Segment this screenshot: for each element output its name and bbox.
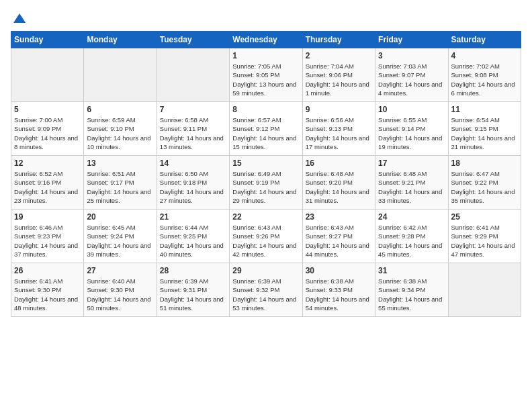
- day-cell: 25Sunrise: 6:41 AM Sunset: 9:29 PM Dayli…: [448, 210, 521, 263]
- day-cell: 29Sunrise: 6:39 AM Sunset: 9:32 PM Dayli…: [230, 263, 302, 317]
- day-info: Sunrise: 6:59 AM Sunset: 9:10 PM Dayligh…: [87, 116, 153, 151]
- day-info: Sunrise: 6:56 AM Sunset: 9:13 PM Dayligh…: [306, 116, 372, 151]
- day-number: 23: [306, 212, 372, 222]
- day-number: 14: [160, 158, 226, 168]
- week-row-2: 12Sunrise: 6:52 AM Sunset: 9:16 PM Dayli…: [11, 156, 521, 210]
- day-info: Sunrise: 6:43 AM Sunset: 9:26 PM Dayligh…: [232, 223, 299, 259]
- day-cell: 15Sunrise: 6:49 AM Sunset: 9:19 PM Dayli…: [230, 156, 302, 210]
- day-number: 12: [14, 158, 81, 168]
- day-info: Sunrise: 6:48 AM Sunset: 9:20 PM Dayligh…: [306, 169, 372, 205]
- day-cell: 22Sunrise: 6:43 AM Sunset: 9:26 PM Dayli…: [230, 210, 302, 263]
- day-number: 19: [14, 212, 81, 222]
- day-info: Sunrise: 6:41 AM Sunset: 9:30 PM Dayligh…: [14, 277, 81, 312]
- day-number: 20: [87, 212, 153, 222]
- day-cell: 10Sunrise: 6:55 AM Sunset: 9:14 PM Dayli…: [375, 102, 448, 156]
- day-info: Sunrise: 6:58 AM Sunset: 9:11 PM Dayligh…: [160, 116, 226, 151]
- day-info: Sunrise: 6:48 AM Sunset: 9:21 PM Dayligh…: [378, 169, 445, 205]
- day-number: 8: [232, 105, 299, 114]
- day-number: 7: [160, 105, 226, 114]
- day-number: 31: [378, 266, 445, 275]
- day-number: 13: [87, 158, 153, 168]
- day-info: Sunrise: 6:38 AM Sunset: 9:33 PM Dayligh…: [306, 277, 372, 312]
- day-number: 26: [14, 266, 81, 275]
- day-cell: 1Sunrise: 7:05 AM Sunset: 9:05 PM Daylig…: [230, 48, 302, 102]
- day-number: 22: [232, 212, 299, 222]
- day-cell: 30Sunrise: 6:38 AM Sunset: 9:33 PM Dayli…: [302, 263, 375, 317]
- day-cell: 21Sunrise: 6:44 AM Sunset: 9:25 PM Dayli…: [157, 210, 229, 263]
- day-info: Sunrise: 6:39 AM Sunset: 9:31 PM Dayligh…: [160, 277, 226, 312]
- day-info: Sunrise: 7:04 AM Sunset: 9:06 PM Dayligh…: [306, 62, 372, 97]
- day-number: 21: [160, 212, 226, 222]
- day-cell: 24Sunrise: 6:42 AM Sunset: 9:28 PM Dayli…: [375, 210, 448, 263]
- day-cell: 26Sunrise: 6:41 AM Sunset: 9:30 PM Dayli…: [11, 263, 84, 317]
- day-cell: 11Sunrise: 6:54 AM Sunset: 9:15 PM Dayli…: [448, 102, 521, 156]
- day-cell: 6Sunrise: 6:59 AM Sunset: 9:10 PM Daylig…: [84, 102, 157, 156]
- day-cell: 5Sunrise: 7:00 AM Sunset: 9:09 PM Daylig…: [11, 102, 84, 156]
- day-cell: 17Sunrise: 6:48 AM Sunset: 9:21 PM Dayli…: [375, 156, 448, 210]
- day-number: 5: [14, 105, 81, 114]
- day-number: 2: [306, 51, 372, 60]
- day-info: Sunrise: 6:40 AM Sunset: 9:30 PM Dayligh…: [87, 277, 153, 312]
- day-number: 18: [451, 158, 518, 168]
- col-header-wednesday: Wednesday: [230, 32, 302, 48]
- day-info: Sunrise: 7:02 AM Sunset: 9:08 PM Dayligh…: [451, 62, 518, 97]
- day-number: 24: [378, 212, 445, 222]
- logo-icon: [12, 11, 27, 26]
- day-info: Sunrise: 7:03 AM Sunset: 9:07 PM Dayligh…: [378, 62, 445, 97]
- day-cell: 13Sunrise: 6:51 AM Sunset: 9:17 PM Dayli…: [84, 156, 157, 210]
- day-info: Sunrise: 6:57 AM Sunset: 9:12 PM Dayligh…: [232, 116, 299, 151]
- day-number: 3: [378, 51, 445, 60]
- day-cell: 14Sunrise: 6:50 AM Sunset: 9:18 PM Dayli…: [157, 156, 229, 210]
- day-cell: 12Sunrise: 6:52 AM Sunset: 9:16 PM Dayli…: [11, 156, 84, 210]
- day-info: Sunrise: 6:50 AM Sunset: 9:18 PM Dayligh…: [160, 169, 226, 205]
- day-number: 10: [378, 105, 445, 114]
- col-header-monday: Monday: [84, 32, 157, 48]
- day-info: Sunrise: 6:55 AM Sunset: 9:14 PM Dayligh…: [378, 116, 445, 151]
- day-number: 25: [451, 212, 518, 222]
- week-row-1: 5Sunrise: 7:00 AM Sunset: 9:09 PM Daylig…: [11, 102, 521, 156]
- day-cell: 28Sunrise: 6:39 AM Sunset: 9:31 PM Dayli…: [157, 263, 229, 317]
- day-cell: 18Sunrise: 6:47 AM Sunset: 9:22 PM Dayli…: [448, 156, 521, 210]
- day-info: Sunrise: 6:38 AM Sunset: 9:34 PM Dayligh…: [378, 277, 445, 312]
- day-info: Sunrise: 6:45 AM Sunset: 9:24 PM Dayligh…: [87, 223, 153, 259]
- day-number: 16: [306, 158, 372, 168]
- day-number: 1: [232, 51, 299, 60]
- day-info: Sunrise: 6:52 AM Sunset: 9:16 PM Dayligh…: [14, 169, 81, 205]
- day-cell: [11, 48, 84, 102]
- week-row-3: 19Sunrise: 6:46 AM Sunset: 9:23 PM Dayli…: [11, 210, 521, 263]
- day-info: Sunrise: 6:49 AM Sunset: 9:19 PM Dayligh…: [232, 169, 299, 205]
- day-number: 9: [306, 105, 372, 114]
- day-info: Sunrise: 6:42 AM Sunset: 9:28 PM Dayligh…: [378, 223, 445, 259]
- day-cell: 4Sunrise: 7:02 AM Sunset: 9:08 PM Daylig…: [448, 48, 521, 102]
- day-cell: [448, 263, 521, 317]
- col-header-thursday: Thursday: [302, 32, 375, 48]
- day-info: Sunrise: 7:00 AM Sunset: 9:09 PM Dayligh…: [14, 116, 81, 151]
- day-info: Sunrise: 6:51 AM Sunset: 9:17 PM Dayligh…: [87, 169, 153, 205]
- day-number: 29: [232, 266, 299, 275]
- day-number: 11: [451, 105, 518, 114]
- week-row-0: 1Sunrise: 7:05 AM Sunset: 9:05 PM Daylig…: [11, 48, 521, 102]
- day-cell: 16Sunrise: 6:48 AM Sunset: 9:20 PM Dayli…: [302, 156, 375, 210]
- logo: [11, 11, 30, 26]
- day-cell: [157, 48, 229, 102]
- day-cell: [84, 48, 157, 102]
- day-cell: 23Sunrise: 6:43 AM Sunset: 9:27 PM Dayli…: [302, 210, 375, 263]
- day-cell: 31Sunrise: 6:38 AM Sunset: 9:34 PM Dayli…: [375, 263, 448, 317]
- day-info: Sunrise: 6:43 AM Sunset: 9:27 PM Dayligh…: [306, 223, 372, 259]
- col-header-sunday: Sunday: [11, 32, 84, 48]
- day-info: Sunrise: 6:47 AM Sunset: 9:22 PM Dayligh…: [451, 169, 518, 205]
- col-header-friday: Friday: [375, 32, 448, 48]
- day-cell: 19Sunrise: 6:46 AM Sunset: 9:23 PM Dayli…: [11, 210, 84, 263]
- day-number: 17: [378, 158, 445, 168]
- day-number: 28: [160, 266, 226, 275]
- day-cell: 8Sunrise: 6:57 AM Sunset: 9:12 PM Daylig…: [230, 102, 302, 156]
- week-row-4: 26Sunrise: 6:41 AM Sunset: 9:30 PM Dayli…: [11, 263, 521, 317]
- day-info: Sunrise: 6:41 AM Sunset: 9:29 PM Dayligh…: [451, 223, 518, 259]
- calendar-table: SundayMondayTuesdayWednesdayThursdayFrid…: [11, 31, 521, 317]
- day-cell: 20Sunrise: 6:45 AM Sunset: 9:24 PM Dayli…: [84, 210, 157, 263]
- day-cell: 7Sunrise: 6:58 AM Sunset: 9:11 PM Daylig…: [157, 102, 229, 156]
- day-number: 27: [87, 266, 153, 275]
- day-number: 30: [306, 266, 372, 275]
- day-cell: 2Sunrise: 7:04 AM Sunset: 9:06 PM Daylig…: [302, 48, 375, 102]
- col-header-tuesday: Tuesday: [157, 32, 229, 48]
